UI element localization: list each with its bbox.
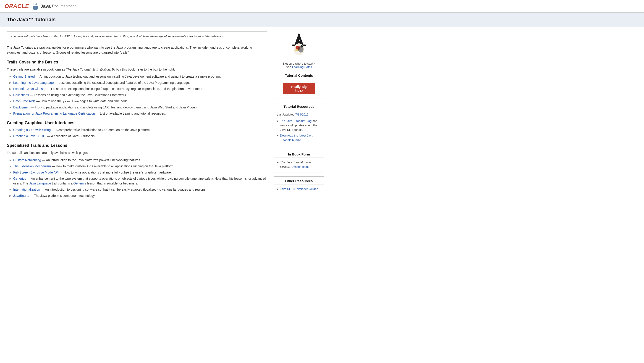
download-tutorials-link[interactable]: Download the latest Java Tutorials bundl… (280, 134, 313, 142)
in-book-form-title: In Book Form (274, 150, 324, 158)
basics-intro: These trails are available in book form … (7, 67, 267, 72)
networking-link[interactable]: Custom Networking (13, 158, 41, 162)
java-logo-area: Java Documentation (32, 2, 76, 11)
list-item: Creating a JavaFX GUI — A collection of … (9, 134, 267, 139)
main-layout: The Java Tutorials have been written for… (0, 32, 331, 201)
svg-point-8 (295, 49, 298, 51)
other-resources-box: Other Resources Java SE 8 Developer Guid… (274, 176, 324, 195)
extension-link[interactable]: The Extension Mechanism (13, 164, 51, 168)
basics-trail-list: Getting Started — An introduction to Jav… (9, 74, 267, 116)
learning-java-link[interactable]: Learning the Java Language (13, 81, 54, 85)
internationalization-link[interactable]: Internationalization (13, 188, 40, 191)
list-item: Custom Networking — An introduction to t… (9, 158, 267, 163)
list-item: Generics — An enhancement to the type sy… (9, 176, 267, 186)
page-title-bar: The Java™ Tutorials (0, 13, 644, 27)
page-title: The Java™ Tutorials (7, 17, 637, 23)
list-item: Essential Java Classes — Lessons on exce… (9, 87, 267, 91)
in-book-form-box: In Book Form The Java Tutorial, Sixth Ed… (274, 150, 324, 173)
list-item: Java SE 8 Developer Guides (277, 187, 321, 191)
other-resources-content: Java SE 8 Developer Guides (274, 184, 324, 195)
javabeans-link[interactable]: JavaBeans (13, 194, 29, 197)
swing-link[interactable]: Creating a GUI with Swing (13, 128, 51, 132)
java-se8-guides-link[interactable]: Java SE 8 Developer Guides (280, 187, 318, 191)
specialized-intro: These trails and lessons are only availa… (7, 150, 267, 155)
list-item: Preparation for Java Programming Languag… (9, 111, 267, 116)
collections-link[interactable]: Collections (13, 93, 29, 97)
list-item: JavaBeans — The Java platform's componen… (9, 193, 267, 198)
notice-text: The Java Tutorials have been written for… (11, 35, 224, 38)
list-item: The Java Tutorial, Sixth Edition. Amazon… (277, 160, 321, 169)
svg-point-9 (298, 46, 304, 53)
basics-heading: Trails Covering the Basics (7, 60, 267, 65)
tutorial-contents-title: Tutorial Contents (274, 71, 324, 79)
svg-text:★: ★ (298, 39, 300, 42)
gui-trail-list: Creating a GUI with Swing — A comprehens… (9, 128, 267, 139)
notice-box: The Java Tutorials have been written for… (7, 32, 267, 41)
essential-java-link[interactable]: Essential Java Classes (13, 87, 46, 91)
tutorial-contents-box: Tutorial Contents Really Big Index (274, 71, 324, 98)
list-item: Learning the Java Language — Lessons des… (9, 80, 267, 85)
duke-mascot-area: ★ (274, 32, 324, 60)
tutorial-resources-content: Last Updated 7/19/2016 The Java Tutorial… (274, 110, 324, 146)
certification-link[interactable]: Preparation for Java Programming Languag… (13, 112, 95, 115)
other-resources-title: Other Resources (274, 177, 324, 184)
intro-text: The Java Tutorials are practical guides … (7, 45, 267, 55)
in-book-form-content: The Java Tutorial, Sixth Edition. Amazon… (274, 158, 324, 173)
content-area: The Java Tutorials have been written for… (7, 32, 274, 201)
tutorials-blog-link[interactable]: The Java Tutorials' Blog (280, 119, 312, 123)
last-updated-date-link[interactable]: 7/19/2016 (295, 113, 308, 116)
specialized-heading: Specialized Trails and Lessons (7, 143, 267, 148)
fullscreen-link[interactable]: Full-Screen Exclusive Mode API (13, 171, 59, 174)
sidebar: ★ Not sure where to start? See Learning … (274, 32, 324, 201)
tutorial-resources-title: Tutorial Resources (274, 102, 324, 110)
java-language-link[interactable]: Java Language (29, 182, 51, 185)
amazon-link[interactable]: Amazon.com. (290, 165, 308, 168)
specialized-trail-list: Custom Networking — An introduction to t… (9, 158, 267, 198)
list-item: Date-Time APIs — How to use the java.tim… (9, 99, 267, 104)
java-cup-icon (32, 2, 39, 11)
really-big-index-button[interactable]: Really Big Index (283, 83, 315, 94)
generics-beginner-link[interactable]: Generics (74, 182, 86, 185)
list-item: Full-Screen Exclusive Mode API — How to … (9, 170, 267, 175)
getting-started-link[interactable]: Getting Started (13, 75, 35, 78)
list-item: Download the latest Java Tutorials bundl… (277, 133, 321, 142)
tutorial-resources-box: Tutorial Resources Last Updated 7/19/201… (274, 102, 324, 146)
deployment-link[interactable]: Deployment (13, 106, 30, 109)
list-item: Internationalization — An introduction t… (9, 187, 267, 192)
tutorial-contents-content: Really Big Index (274, 79, 324, 98)
gui-heading: Creating Graphical User Interfaces (7, 121, 267, 125)
list-item: Getting Started — An introduction to Jav… (9, 74, 267, 79)
list-item: The Java Tutorials' Blog has news and up… (277, 119, 321, 132)
list-item: Creating a GUI with Swing — A comprehens… (9, 128, 267, 132)
list-item: The Extension Mechanism — How to make cu… (9, 164, 267, 169)
javafx-link[interactable]: Creating a JavaFX GUI (13, 134, 46, 138)
list-item: Collections — Lessons on using and exten… (9, 93, 267, 98)
learning-paths-link[interactable]: Learning Paths (292, 65, 312, 69)
documentation-label: Documentation (52, 4, 77, 8)
list-item: Deployment — How to package applications… (9, 105, 267, 110)
header: ORACLE Java Documentation (0, 0, 644, 13)
generics-link[interactable]: Generics (13, 177, 26, 180)
oracle-logo: ORACLE (4, 3, 29, 9)
duke-mascot-image: ★ (288, 32, 310, 59)
svg-rect-1 (33, 6, 38, 7)
java-label: Java (40, 4, 51, 9)
datetime-link[interactable]: Date-Time APIs (13, 99, 36, 103)
not-sure-text: Not sure where to start? See Learning Pa… (274, 62, 324, 69)
